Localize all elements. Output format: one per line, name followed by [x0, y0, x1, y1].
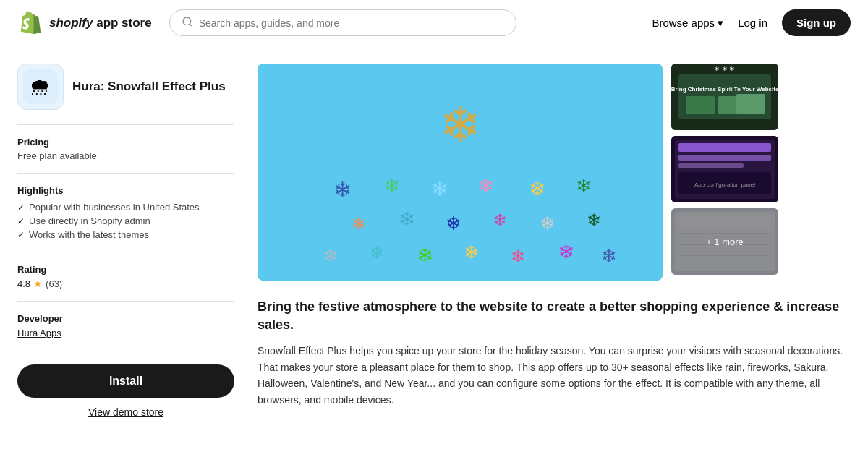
demo-store-link[interactable]: View demo store [17, 406, 234, 418]
logo[interactable]: shopify app store [17, 10, 152, 36]
thumbnail-2[interactable]: App configuration panel [671, 136, 778, 202]
svg-text:❄ ❄ ❄: ❄ ❄ ❄ [714, 65, 735, 72]
gallery: ❄ ❄ ❄ ❄ ❄ ❄ ❄ ❄ ❄ ❄ ❄ ❄ ❄ ❄ ❄ [258, 64, 851, 281]
svg-text:❄: ❄ [370, 243, 384, 262]
search-icon [182, 16, 193, 30]
developer-section: Developer Hura Apps [17, 313, 234, 338]
browse-apps-button[interactable]: Browse apps ▾ [652, 17, 723, 30]
svg-rect-30 [736, 94, 765, 114]
check-icon-0: ✓ [17, 202, 25, 213]
svg-text:❄: ❄ [399, 208, 415, 231]
divider-4 [17, 301, 234, 302]
svg-rect-36 [678, 163, 744, 168]
browse-apps-label: Browse apps [652, 17, 715, 29]
main-layout: 🌨 Hura: Snowfall Effect Plus Pricing Fre… [0, 46, 868, 435]
thumbnail-list: Bring Christmas Spirit To Your Website ❄… [671, 64, 778, 281]
svg-point-0 [183, 17, 191, 25]
svg-text:❄: ❄ [446, 213, 461, 234]
highlight-text-2: Works with the latest themes [29, 229, 149, 240]
highlights-section: Highlights ✓ Popular with businesses in … [17, 185, 234, 240]
svg-text:App configuration panel: App configuration panel [694, 181, 755, 188]
svg-text:❄: ❄ [601, 245, 617, 267]
divider-1 [17, 124, 234, 125]
svg-text:❄: ❄ [431, 178, 448, 200]
review-count: (63) [46, 278, 62, 289]
highlights-label: Highlights [17, 185, 234, 196]
pricing-section: Pricing Free plan available [17, 137, 234, 161]
svg-text:🌨: 🌨 [29, 75, 51, 99]
login-button[interactable]: Log in [738, 17, 767, 29]
svg-rect-35 [678, 155, 771, 161]
logo-text: shopify app store [49, 16, 152, 30]
snowfall-app-icon-svg: 🌨 [23, 69, 58, 104]
svg-text:❄: ❄ [417, 244, 433, 267]
svg-rect-34 [678, 143, 771, 152]
svg-text:❄: ❄ [464, 242, 480, 263]
thumb-1-image: Bring Christmas Spirit To Your Website ❄… [671, 64, 778, 130]
svg-text:❄: ❄ [540, 213, 556, 234]
sidebar: 🌨 Hura: Snowfall Effect Plus Pricing Fre… [17, 64, 234, 418]
svg-text:❄: ❄ [384, 175, 400, 197]
pricing-value: Free plan available [17, 150, 234, 161]
app-icon: 🌨 [17, 64, 64, 110]
developer-link[interactable]: Hura Apps [17, 328, 61, 338]
svg-text:❄: ❄ [333, 178, 352, 202]
highlight-item-2: ✓ Works with the latest themes [17, 229, 234, 240]
svg-text:❄: ❄ [323, 245, 339, 267]
svg-line-1 [190, 24, 192, 26]
developer-label: Developer [17, 313, 234, 324]
highlight-item-0: ✓ Popular with businesses in United Stat… [17, 202, 234, 213]
thumb-2-image: App configuration panel [671, 136, 778, 202]
pricing-label: Pricing [17, 137, 234, 148]
divider-2 [17, 173, 234, 174]
svg-text:❄: ❄ [576, 175, 592, 197]
svg-text:❄: ❄ [558, 241, 574, 263]
svg-text:❄: ❄ [352, 214, 366, 234]
svg-text:❄: ❄ [493, 210, 507, 230]
svg-rect-28 [686, 96, 715, 114]
star-icon: ★ [33, 278, 43, 289]
more-label: + 1 more [706, 236, 744, 247]
header-nav: Browse apps ▾ Log in Sign up [652, 9, 851, 36]
shopify-bag-icon [17, 10, 43, 36]
check-icon-2: ✓ [17, 230, 25, 240]
app-name: Hura: Snowfall Effect Plus [72, 79, 226, 95]
rating-section: Rating 4.8 ★ (63) [17, 264, 234, 289]
search-input[interactable] [199, 17, 504, 29]
chevron-down-icon: ▾ [718, 17, 723, 30]
rating-score: 4.8 [17, 278, 30, 289]
header: shopify app store Browse apps ▾ Log in S… [0, 0, 868, 46]
svg-text:❄: ❄ [587, 210, 601, 230]
divider-3 [17, 252, 234, 252]
rating-row: 4.8 ★ (63) [17, 278, 234, 289]
main-screenshot[interactable]: ❄ ❄ ❄ ❄ ❄ ❄ ❄ ❄ ❄ ❄ ❄ ❄ ❄ ❄ ❄ [258, 64, 663, 281]
app-description: Snowfall Effect Plus helps you spice up … [258, 343, 851, 408]
app-title: Bring the festive atmosphere to the webs… [258, 298, 851, 334]
signup-button[interactable]: Sign up [782, 9, 851, 36]
svg-text:❄: ❄ [529, 178, 545, 200]
search-bar[interactable] [169, 9, 516, 36]
svg-text:❄: ❄ [478, 175, 494, 197]
thumbnail-1[interactable]: Bring Christmas Spirit To Your Website ❄… [671, 64, 778, 130]
snowflakes-illustration: ❄ ❄ ❄ ❄ ❄ ❄ ❄ ❄ ❄ ❄ ❄ ❄ ❄ ❄ ❄ [258, 64, 663, 281]
app-header: 🌨 Hura: Snowfall Effect Plus [17, 64, 234, 110]
svg-text:❄: ❄ [439, 96, 482, 153]
content-area: ❄ ❄ ❄ ❄ ❄ ❄ ❄ ❄ ❄ ❄ ❄ ❄ ❄ ❄ ❄ [258, 64, 851, 418]
svg-text:Bring Christmas Spirit To Your: Bring Christmas Spirit To Your Website [671, 86, 778, 93]
rating-label: Rating [17, 264, 234, 275]
install-button[interactable]: Install [17, 364, 234, 398]
highlight-item-1: ✓ Use directly in Shopify admin [17, 215, 234, 226]
svg-text:❄: ❄ [511, 247, 525, 266]
check-icon-1: ✓ [17, 216, 25, 226]
highlight-text-1: Use directly in Shopify admin [29, 215, 150, 226]
more-overlay[interactable]: + 1 more [671, 208, 778, 275]
highlight-text-0: Popular with businesses in United States [29, 202, 200, 213]
thumbnail-3[interactable]: + 1 more [671, 208, 778, 275]
